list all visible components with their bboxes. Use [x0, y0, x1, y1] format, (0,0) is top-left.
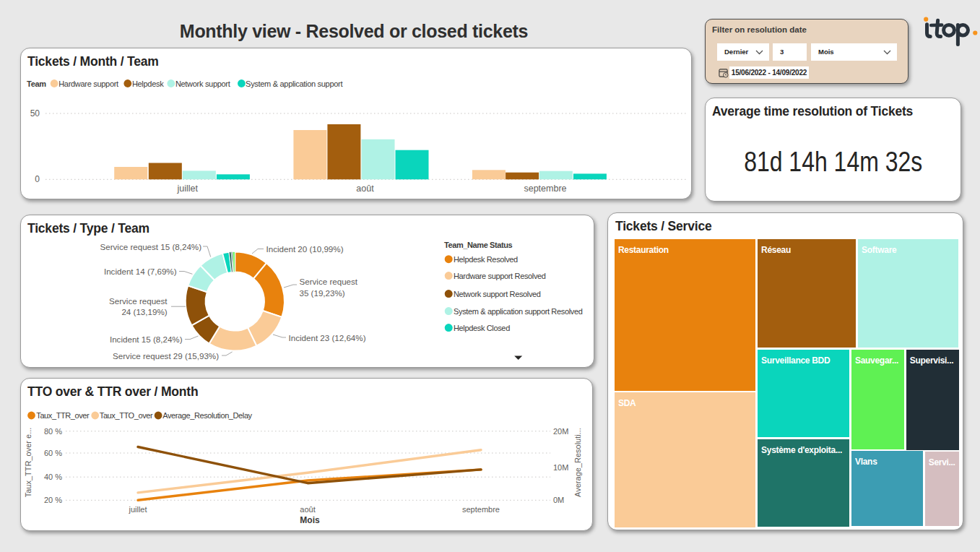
svg-text:Service request 29 (15,93%): Service request 29 (15,93%) — [113, 351, 219, 361]
svg-text:Incident 14 (7,69%): Incident 14 (7,69%) — [104, 267, 177, 276]
svg-text:80 %: 80 % — [44, 427, 62, 436]
svg-text:35 (19,23%): 35 (19,23%) — [300, 288, 345, 298]
svg-text:Service request: Service request — [109, 296, 168, 306]
svg-text:Hardware support Resolved: Hardware support Resolved — [454, 272, 546, 280]
svg-text:juillet: juillet — [128, 505, 147, 514]
svg-text:40 %: 40 % — [44, 473, 62, 481]
svg-text:Network support Resolved: Network support Resolved — [454, 290, 541, 298]
svg-text:Helpdesk Resolved: Helpdesk Resolved — [454, 255, 518, 264]
svg-text:20 %: 20 % — [44, 496, 62, 504]
svg-text:20M: 20M — [553, 427, 568, 436]
svg-text:Incident 20 (10,99%): Incident 20 (10,99%) — [266, 244, 344, 254]
svg-text:Incident 15 (8,24%): Incident 15 (8,24%) — [110, 335, 183, 344]
svg-text:Hardware support: Hardware support — [58, 79, 118, 88]
svg-text:Average_Resolution_Delay: Average_Resolution_Delay — [162, 411, 252, 420]
svg-text:Mois: Mois — [300, 515, 320, 525]
svg-text:juillet: juillet — [177, 184, 199, 194]
svg-text:System & application support: System & application support — [246, 79, 342, 88]
svg-text:Helpdesk Closed: Helpdesk Closed — [454, 324, 510, 332]
svg-text:Taux_TTR_over: Taux_TTR_over — [36, 411, 90, 420]
svg-text:août: août — [300, 505, 315, 514]
svg-text:Team: Team — [27, 79, 46, 88]
svg-text:septembre: septembre — [524, 184, 566, 194]
svg-text:septembre: septembre — [462, 505, 500, 514]
svg-text:24 (13,19%): 24 (13,19%) — [121, 307, 167, 316]
svg-text:10M: 10M — [553, 463, 568, 472]
svg-text:Taux_TTO_over: Taux_TTO_over — [100, 411, 153, 420]
svg-text:Incident 23 (12,64%): Incident 23 (12,64%) — [289, 333, 366, 342]
svg-text:Taux_TTR_over e...: Taux_TTR_over e... — [24, 428, 32, 498]
svg-text:0M: 0M — [553, 496, 564, 504]
svg-text:Helpdesk: Helpdesk — [132, 79, 164, 88]
svg-text:0: 0 — [35, 174, 40, 184]
svg-text:Network support: Network support — [175, 79, 230, 88]
svg-text:50: 50 — [30, 108, 40, 118]
svg-text:System & application support R: System & application support Resolved — [454, 307, 583, 316]
svg-text:Service request: Service request — [300, 277, 358, 286]
svg-text:Team_Name Status: Team_Name Status — [444, 241, 513, 249]
svg-text:Service request 15 (8,24%): Service request 15 (8,24%) — [100, 242, 202, 251]
svg-text:Average_Resoluti...: Average_Resoluti... — [573, 428, 582, 497]
svg-text:60 %: 60 % — [44, 449, 62, 457]
svg-text:août: août — [356, 184, 374, 194]
